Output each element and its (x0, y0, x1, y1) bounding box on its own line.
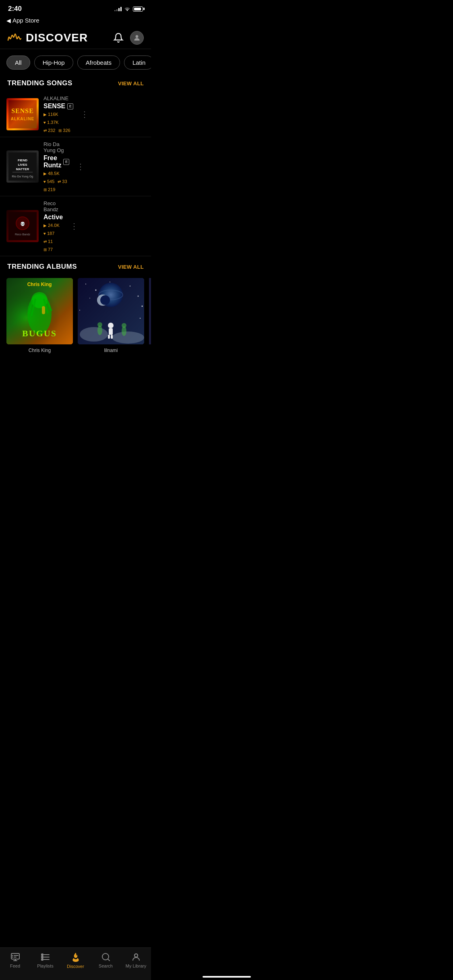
genre-tab-hiphop[interactable]: Hip-Hop (34, 56, 73, 70)
song-art-reco: 💀 Reco Bandz (6, 210, 39, 242)
play-count: ▶ 116K (43, 112, 58, 117)
song-art-rio: FIEND LIVES MATTER Rio Da Yung Og (6, 150, 39, 183)
page-title: DISCOVER (26, 31, 88, 44)
add-count: ⊞ 326 (58, 128, 70, 133)
play-count: ▶ 48.5K (43, 171, 60, 176)
genre-tab-latin[interactable]: Latin (124, 56, 151, 70)
svg-rect-2 (8, 100, 37, 128)
svg-point-48 (97, 322, 102, 327)
svg-rect-44 (109, 328, 113, 335)
album-card-partial: N (149, 278, 151, 344)
add-count: ⊞ 77 (43, 247, 53, 252)
album-card[interactable]: lilnami (78, 278, 144, 353)
svg-text:Reco Bandz: Reco Bandz (15, 233, 31, 236)
svg-text:💀: 💀 (20, 221, 25, 226)
back-arrow-icon: ◀ (6, 17, 11, 24)
back-nav[interactable]: ◀ App Store (0, 15, 151, 27)
svg-text:FIEND: FIEND (18, 159, 27, 162)
svg-text:Chris King: Chris King (27, 282, 52, 287)
albums-scroll: BUGUS Chris King Chris King (0, 275, 151, 358)
song-stats: ▶ 24.0K ♥ 187 ⇄ 11 ⊞ 77 (43, 223, 63, 252)
song-title: Active (43, 214, 63, 221)
artist-name: Reco Bandz (43, 200, 63, 212)
play-count: ▶ 24.0K (43, 223, 60, 228)
more-options-button[interactable]: ⋮ (68, 220, 81, 232)
album-title: Chris King (6, 348, 73, 353)
song-info-rio: Rio Da Yung Og Free Runtz E ▶ 48.5K ♥ 54… (39, 141, 74, 192)
more-options-button[interactable]: ⋮ (78, 109, 91, 120)
svg-rect-45 (108, 335, 110, 339)
song-stats: ▶ 116K ♥ 1.37K ⇄ 232 ⊞ 326 (43, 112, 73, 133)
battery-icon (133, 6, 143, 12)
trending-songs-header: TRENDING SONGS VIEW ALL (0, 74, 151, 91)
svg-point-36 (140, 318, 141, 319)
add-count: ⊞ 219 (43, 187, 55, 192)
like-count: ♥ 545 (43, 179, 54, 184)
svg-point-29 (130, 286, 130, 286)
header-left: DISCOVER (7, 31, 88, 44)
song-info-reco: Reco Bandz Active ▶ 24.0K ♥ 187 ⇄ 11 (39, 200, 68, 252)
song-item[interactable]: FIEND LIVES MATTER Rio Da Yung Og Rio Da… (0, 137, 151, 196)
svg-point-40 (100, 295, 110, 305)
trending-songs-title: TRENDING SONGS (7, 79, 72, 87)
more-options-button[interactable]: ⋮ (74, 161, 87, 172)
svg-rect-25 (42, 306, 45, 314)
svg-text:MATTER: MATTER (16, 167, 29, 171)
trending-albums-section: TRENDING ALBUMS VIEW ALL (0, 258, 151, 361)
status-bar: 2:40 (0, 0, 151, 15)
album-art-chrisking: BUGUS Chris King (6, 278, 73, 344)
explicit-badge: E (67, 103, 73, 109)
notifications-button[interactable] (113, 33, 124, 43)
profile-avatar (130, 31, 144, 45)
svg-text:Rio Da Yung Og: Rio Da Yung Og (12, 175, 33, 178)
svg-text:BUGUS: BUGUS (22, 328, 57, 338)
trending-albums-view-all[interactable]: VIEW ALL (118, 264, 144, 270)
wifi-icon (124, 6, 130, 12)
song-item[interactable]: 💀 Reco Bandz Reco Bandz Active ▶ 24.0K (0, 196, 151, 256)
svg-point-41 (80, 327, 108, 342)
svg-point-42 (112, 331, 144, 344)
signal-icon (114, 6, 122, 11)
svg-point-27 (85, 284, 86, 284)
like-count: ♥ 187 (43, 231, 54, 236)
trending-albums-title: TRENDING ALBUMS (7, 263, 77, 271)
song-info-alkaline: ALKALINE SENSE E ▶ 116K ♥ 1.37K ⇄ (39, 95, 78, 133)
like-count: ♥ 1.37K (43, 120, 59, 125)
profile-button[interactable] (130, 31, 144, 45)
back-text: App Store (12, 17, 39, 24)
trending-albums-header: TRENDING ALBUMS VIEW ALL (0, 258, 151, 275)
svg-point-50 (122, 323, 126, 328)
svg-point-28 (95, 290, 97, 291)
header-actions (113, 31, 144, 45)
repost-count: ⇄ 33 (58, 179, 67, 184)
svg-rect-9 (12, 172, 33, 173)
genre-tab-afrobeats[interactable]: Afrobeats (77, 56, 120, 70)
repost-count: ⇄ 11 (43, 239, 53, 244)
trending-songs-view-all[interactable]: VIEW ALL (118, 80, 144, 86)
song-art-alkaline: SENSE ALKALINE (6, 98, 39, 130)
song-item[interactable]: SENSE ALKALINE ALKALINE SENSE E ▶ 116K (0, 91, 151, 137)
song-title: Free Runtz E (43, 154, 69, 169)
genre-tab-all[interactable]: All (6, 56, 30, 70)
svg-text:LIVES: LIVES (18, 163, 27, 167)
status-time: 2:40 (8, 5, 22, 13)
status-icons (114, 6, 143, 12)
album-title: lilnami (78, 348, 144, 353)
repost-count: ⇄ 232 (43, 128, 55, 133)
song-title: SENSE E (43, 103, 73, 110)
svg-text:SENSE: SENSE (11, 107, 34, 114)
song-stats: ▶ 48.5K ♥ 545 ⇄ 33 ⊞ 219 (43, 171, 69, 192)
svg-point-33 (89, 298, 90, 299)
svg-point-30 (138, 296, 139, 297)
song-list: SENSE ALKALINE ALKALINE SENSE E ▶ 116K (0, 91, 151, 258)
artist-name: Rio Da Yung Og (43, 141, 69, 153)
app-logo (7, 32, 22, 43)
explicit-badge: E (63, 159, 69, 165)
album-art-lilnami (78, 278, 144, 344)
album-card[interactable]: BUGUS Chris King Chris King (6, 278, 73, 353)
genre-tabs: All Hip-Hop Afrobeats Latin Reggae (0, 49, 151, 74)
svg-point-31 (110, 282, 110, 282)
artist-name: ALKALINE (43, 95, 73, 101)
svg-rect-46 (111, 335, 113, 339)
app-header: DISCOVER (0, 27, 151, 49)
